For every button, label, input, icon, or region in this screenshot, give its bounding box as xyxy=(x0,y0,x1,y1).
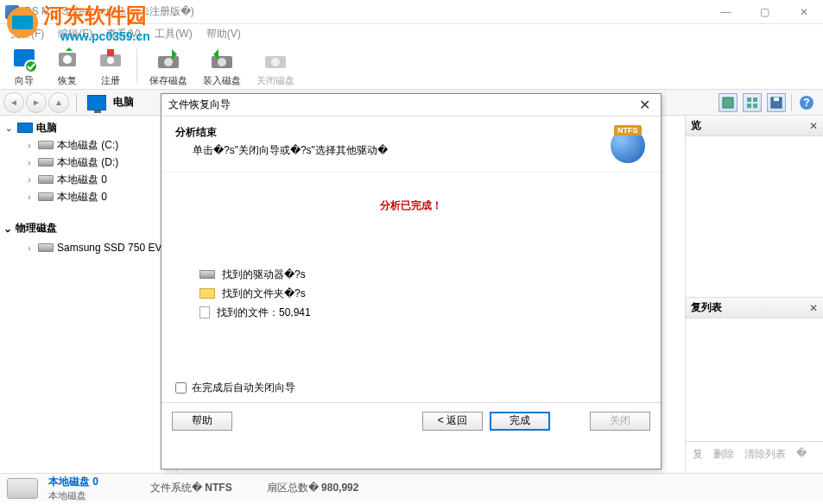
tree-physical-drive[interactable]: › Samsung SSD 750 EVO xyxy=(0,239,176,256)
preview-close-icon[interactable]: ✕ xyxy=(809,120,818,132)
svg-rect-15 xyxy=(723,98,733,108)
tree-label: Samsung SSD 750 EVO xyxy=(57,242,170,254)
drive-icon xyxy=(38,243,54,252)
wizard-close-button[interactable]: ✕ xyxy=(636,97,654,113)
result-files: 找到的文件：50,941 xyxy=(199,303,643,322)
tree-label: 本地磁盘 (D:) xyxy=(57,155,118,170)
tree-root-computer[interactable]: ⌄ 电脑 xyxy=(0,119,176,136)
preview-title: 览 xyxy=(691,118,701,133)
menu-edit[interactable]: 编辑(E) xyxy=(51,25,99,43)
statusbar: 本地磁盘 0 本地磁盘 文件系统� NTFS 扇区总数� 980,992 xyxy=(0,473,823,502)
svg-rect-17 xyxy=(753,98,757,102)
menu-tools[interactable]: 工具(W) xyxy=(148,25,199,43)
svg-rect-19 xyxy=(753,104,757,108)
nav-up-button[interactable]: ▲ xyxy=(48,92,69,113)
wizard-heading: 分析结束 xyxy=(175,125,388,140)
svg-point-14 xyxy=(271,58,280,66)
computer-icon xyxy=(87,95,106,110)
nav-forward-button[interactable]: ► xyxy=(26,92,47,113)
wizard-close-button[interactable]: 关闭 xyxy=(590,412,650,431)
save-button[interactable] xyxy=(767,93,786,112)
status-sectors: 扇区总数� 980,992 xyxy=(267,481,359,495)
sidebar-tree: ⌄ 电脑 › 本地磁盘 (C:) › 本地磁盘 (D:) › 本地磁盘 0 › … xyxy=(0,116,177,473)
expand-icon[interactable]: › xyxy=(24,175,35,185)
wizard-help-button[interactable]: 帮助 xyxy=(172,412,232,431)
save-disk-button[interactable]: 保存磁盘 xyxy=(142,44,194,89)
wizard-done-message: 分析已完成！ xyxy=(179,198,643,213)
location-text: 电脑 xyxy=(113,95,134,110)
wizard-finish-button[interactable]: 完成 xyxy=(490,412,550,431)
expand-icon[interactable]: › xyxy=(24,158,35,167)
expand-icon[interactable]: › xyxy=(24,141,35,150)
main-toolbar: 向导 恢复 注册 保存磁盘 装入磁盘 关闭磁盘 xyxy=(0,43,823,90)
menu-view[interactable]: 查看(V) xyxy=(99,25,148,43)
menu-help[interactable]: 帮助(V) xyxy=(199,25,248,43)
svg-point-12 xyxy=(218,58,226,66)
save-disk-label: 保存磁盘 xyxy=(149,74,187,87)
rl-clear-button[interactable]: 清除列表 xyxy=(741,445,789,463)
result-folders: 找到的文件夹�?s xyxy=(199,284,643,303)
result-label: 找到的文件：50,941 xyxy=(217,306,311,320)
expand-icon[interactable]: › xyxy=(24,192,35,202)
wizard-results: 找到的驱动器�?s 找到的文件夹�?s 找到的文件：50,941 xyxy=(179,265,643,322)
status-filesystem: 文件系统� NTFS xyxy=(150,481,232,495)
collapse-icon[interactable]: ⌄ xyxy=(3,223,14,235)
svg-rect-8 xyxy=(107,49,114,56)
status-disk-name: 本地磁盘 0 xyxy=(48,475,98,489)
wizard-body: 分析已完成！ 找到的驱动器�?s 找到的文件夹�?s 找到的文件：50,941 xyxy=(161,173,661,331)
drive-icon xyxy=(38,175,54,184)
view-list-button[interactable] xyxy=(743,93,762,112)
autoclose-checkbox[interactable] xyxy=(175,382,187,394)
close-disk-icon xyxy=(262,46,289,73)
rl-recover-button[interactable]: 复 xyxy=(689,445,706,463)
result-label: 找到的驱动器�?s xyxy=(222,268,306,282)
svg-text:?: ? xyxy=(803,97,809,109)
recovery-list-title: 复列表 xyxy=(691,300,722,315)
folder-icon xyxy=(199,288,215,299)
wizard-back-button[interactable]: < 返回 xyxy=(422,412,483,431)
load-disk-label: 装入磁盘 xyxy=(203,74,241,87)
recover-button[interactable]: 恢复 xyxy=(47,44,88,89)
collapse-icon[interactable]: ⌄ xyxy=(3,123,14,133)
recovery-list-toolbar: 复 删除 清除列表 � xyxy=(686,441,823,467)
nav-back-button[interactable]: ◄ xyxy=(3,92,24,113)
tree-drive[interactable]: › 本地磁盘 0 xyxy=(0,171,176,188)
recover-icon xyxy=(54,46,81,73)
preview-header: 览 ✕ xyxy=(686,116,823,136)
menu-file[interactable]: 文件(F) xyxy=(3,25,51,43)
preview-body xyxy=(686,136,823,150)
close-disk-button[interactable]: 关闭磁盘 xyxy=(250,44,301,89)
tree-drive[interactable]: › 本地磁盘 0 xyxy=(0,188,176,205)
recovery-list-close-icon[interactable]: ✕ xyxy=(809,302,818,314)
disk-icon xyxy=(7,478,38,499)
wizard-button[interactable]: 向导 xyxy=(3,44,45,89)
rl-more-button[interactable]: � xyxy=(793,445,810,463)
right-panel: 览 ✕ 复列表 ✕ 复 删除 清除列表 � xyxy=(685,116,823,473)
computer-icon xyxy=(17,123,33,133)
minimize-button[interactable]: — xyxy=(706,0,745,24)
tree-label: 电脑 xyxy=(36,121,57,135)
save-disk-icon xyxy=(155,46,182,73)
separator xyxy=(76,93,77,112)
drive-icon xyxy=(38,192,54,201)
drive-icon xyxy=(199,270,215,279)
wizard-titlebar: 文件恢复向导 ✕ xyxy=(161,94,661,117)
view-large-button[interactable] xyxy=(719,93,738,112)
register-button[interactable]: 注册 xyxy=(90,44,131,89)
tree-drive[interactable]: › 本地磁盘 (D:) xyxy=(0,154,176,171)
wizard-subheading: 单击�?s"关闭向导或�?s"选择其他驱动� xyxy=(175,143,388,158)
expand-icon[interactable]: › xyxy=(24,243,35,253)
wizard-header: 分析结束 单击�?s"关闭向导或�?s"选择其他驱动� NTFS xyxy=(161,117,661,173)
separator xyxy=(791,94,792,111)
help-button[interactable]: ? xyxy=(797,93,816,112)
tree-drive[interactable]: › 本地磁盘 (C:) xyxy=(0,136,176,154)
rl-delete-button[interactable]: 删除 xyxy=(710,445,738,463)
load-disk-button[interactable]: 装入磁盘 xyxy=(196,44,248,89)
app-icon xyxy=(5,5,19,19)
window-close-button[interactable]: ✕ xyxy=(784,0,823,24)
tree-physical-group[interactable]: ⌄ 物理磁盘 xyxy=(0,217,176,239)
maximize-button[interactable]: ▢ xyxy=(745,0,784,24)
wizard-dialog: 文件恢复向导 ✕ 分析结束 单击�?s"关闭向导或�?s"选择其他驱动� NTF… xyxy=(161,93,662,469)
recovery-list-header: 复列表 ✕ xyxy=(686,298,823,318)
menubar: 文件(F) 编辑(E) 查看(V) 工具(W) 帮助(V) xyxy=(0,24,823,43)
